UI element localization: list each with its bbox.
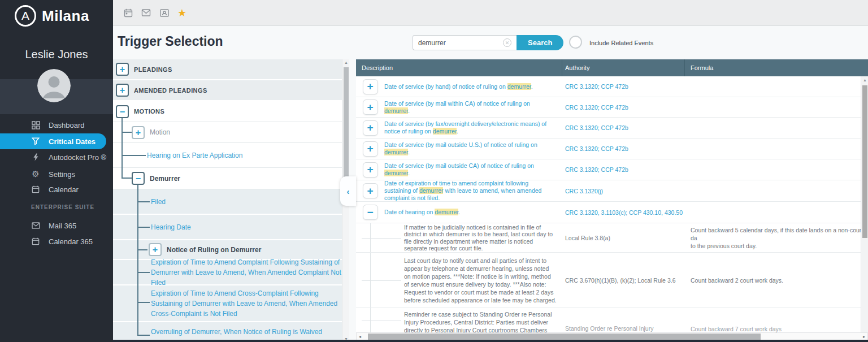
table-child-row: If matter to be judicially noticed is co… xyxy=(356,223,868,253)
user-name: Leslie Jones xyxy=(0,48,113,61)
trigger-tree-panel: + PLEADINGS + AMENDED PLEADINGS − MOTION… xyxy=(113,59,349,342)
tree-node-hearing-ex-parte[interactable]: Hearing on Ex Parte Application xyxy=(113,143,349,168)
tree-label: AMENDED PLEADINGS xyxy=(134,87,207,94)
expand-plus-icon[interactable]: + xyxy=(116,63,129,76)
authority-text: CRC 3.670(h)(1)(B), (k)(2); Local Rule 3… xyxy=(562,277,685,284)
table-horizontal-scrollbar[interactable]: ◂ ▸ xyxy=(356,332,868,340)
tree-node-motions[interactable]: − MOTIONS xyxy=(113,101,349,122)
tree-node-demurrer[interactable]: − Demurrer xyxy=(113,168,349,189)
search-input[interactable] xyxy=(413,35,517,50)
trigger-description[interactable]: Date of service (by fax/overnight delive… xyxy=(384,120,562,135)
authority-text: Local Rule 3.8(a) xyxy=(562,235,685,241)
collapse-minus-icon[interactable]: − xyxy=(363,205,378,220)
trigger-description[interactable]: Date of service (by mail within CA) of n… xyxy=(384,100,562,115)
tree-label[interactable]: Expiration of Time to Amend Cross-Compla… xyxy=(151,288,346,319)
tree-node-pleadings[interactable]: + PLEADINGS xyxy=(113,59,349,80)
expand-plus-icon[interactable]: + xyxy=(363,141,378,157)
tree-connector-line xyxy=(137,302,150,303)
trigger-description[interactable]: Date of service (by hand) of notice of r… xyxy=(384,83,562,90)
sidebar-item-critical-dates[interactable]: Critical Dates xyxy=(0,133,106,149)
trigger-description[interactable]: Date of service (by mail outside CA) of … xyxy=(384,162,562,177)
tree-label[interactable]: Hearing Date xyxy=(151,222,191,232)
authority-text: CRC 3.1320; CCP 472b xyxy=(562,83,685,90)
child-description: If matter to be judicially noticed is co… xyxy=(404,224,562,252)
sidebar-item-calendar[interactable]: Calendar xyxy=(0,182,113,197)
sidebar-item-label: Calendar 365 xyxy=(49,237,93,246)
tree-connector-line xyxy=(137,227,150,228)
authority-text: CRC 3.1320(j) xyxy=(562,188,685,194)
collapse-panel-button[interactable]: ‹ xyxy=(340,176,356,206)
collapse-minus-icon[interactable]: − xyxy=(132,172,145,185)
mail-toolbar-icon[interactable] xyxy=(141,8,151,18)
sidebar-item-label: Settings xyxy=(49,170,75,179)
formula-text: Count backward 2 court work days. xyxy=(685,276,868,284)
collapse-minus-icon[interactable]: − xyxy=(116,105,129,118)
sidebar-item-mail-365[interactable]: Mail 365 xyxy=(0,218,113,233)
table-row: + Date of service (by mail outside CA) o… xyxy=(356,159,868,180)
formula-text: Count backward 5 calendar days, if this … xyxy=(685,226,868,250)
column-header-formula: Formula xyxy=(685,59,868,76)
tree-connector-line xyxy=(121,178,132,179)
table-row: + Date of service (by fax/overnight deli… xyxy=(356,118,868,138)
table-scrollbar-thumb[interactable] xyxy=(862,85,867,238)
app-logo: A Milana xyxy=(0,0,113,27)
calendar-toolbar-icon[interactable] xyxy=(123,8,133,18)
search-button[interactable]: Search xyxy=(517,35,563,50)
trigger-description[interactable]: Date of hearing on demurrer. xyxy=(384,209,562,216)
authority-text: CRC 3.1320; CCP 472b xyxy=(562,166,685,173)
tree-node-expiration-cross-complaint[interactable]: Expiration of Time to Amend Cross-Compla… xyxy=(113,285,349,322)
tree-connector-line xyxy=(137,272,150,273)
clear-search-icon[interactable]: ✕ xyxy=(503,38,511,47)
mail-icon xyxy=(31,221,40,230)
scroll-up-icon[interactable]: ▲ xyxy=(861,78,868,82)
expand-plus-icon[interactable]: + xyxy=(363,79,378,94)
favorite-star-icon[interactable]: ★ xyxy=(177,7,186,19)
tree-node-amended-pleadings[interactable]: + AMENDED PLEADINGS xyxy=(113,80,349,101)
sidebar-item-calendar-365[interactable]: Calendar 365 xyxy=(0,234,113,249)
page-header: Trigger Selection ✕ Search Include Relat… xyxy=(113,27,868,59)
tree-connector-line xyxy=(121,132,132,133)
expand-plus-icon[interactable]: + xyxy=(363,183,378,198)
table-vertical-scrollbar[interactable]: ▲ xyxy=(861,76,868,332)
tree-node-overruling[interactable]: Overruling of Demurrer, When Notice of R… xyxy=(113,322,349,342)
tree-label[interactable]: Hearing on Ex Parte Application xyxy=(147,150,242,161)
tree-scrollbar-thumb[interactable] xyxy=(344,67,349,186)
contact-card-icon[interactable] xyxy=(159,8,169,18)
expand-plus-icon[interactable]: + xyxy=(132,126,145,139)
expand-plus-icon[interactable]: + xyxy=(363,120,378,136)
scroll-right-icon[interactable]: ▸ xyxy=(863,334,865,339)
bottom-border xyxy=(113,340,868,342)
authority-text: CRC 3.1320; CCP 472b xyxy=(562,124,685,131)
expand-plus-icon[interactable]: + xyxy=(149,243,162,256)
tree-label: MOTIONS xyxy=(134,108,164,115)
sidebar-item-label: Autodocket Pro ® xyxy=(49,153,106,162)
include-related-events-label: Include Related Events xyxy=(589,40,653,46)
tree-connector-line xyxy=(137,335,150,336)
expand-plus-icon[interactable]: + xyxy=(363,162,378,178)
tree-node-motion[interactable]: + Motion xyxy=(113,122,349,143)
expand-plus-icon[interactable]: + xyxy=(116,84,129,97)
table-hscrollbar-thumb[interactable] xyxy=(368,334,761,340)
tree-label[interactable]: Filed xyxy=(151,197,166,207)
include-related-events-radio[interactable] xyxy=(569,36,582,49)
expand-plus-icon[interactable]: + xyxy=(363,99,378,115)
scroll-left-icon[interactable]: ◂ xyxy=(359,334,361,339)
brand-name: Milana xyxy=(42,7,89,25)
tree-label[interactable]: Overruling of Demurrer, When Notice of R… xyxy=(151,327,346,337)
calendar-icon xyxy=(31,185,40,194)
gear-icon: ⚙ xyxy=(31,170,40,179)
table-row: + Date of expiration of time to amend co… xyxy=(356,180,868,202)
scroll-up-icon[interactable]: ▲ xyxy=(342,60,350,64)
tree-connector-line xyxy=(121,118,123,179)
tree-label: Demurrer xyxy=(150,175,180,183)
sidebar-item-dashboard[interactable]: Dashboard xyxy=(0,116,113,133)
trigger-description[interactable]: Date of service (by mail outside U.S.) o… xyxy=(384,141,562,156)
trigger-description[interactable]: Date of expiration of time to amend comp… xyxy=(384,180,562,202)
highlighted-term: demurrer xyxy=(435,209,458,215)
sidebar-item-settings[interactable]: ⚙ Settings xyxy=(0,166,113,182)
logo-a-icon: A xyxy=(15,5,36,27)
child-description: Reminder re case subject to Standing Ord… xyxy=(404,308,562,334)
avatar[interactable] xyxy=(37,69,71,102)
sidebar-item-autodocket-pro[interactable]: Autodocket Pro ® xyxy=(0,149,113,165)
tree-label[interactable]: Expiration of Time to Amend Complaint Fo… xyxy=(151,257,346,288)
